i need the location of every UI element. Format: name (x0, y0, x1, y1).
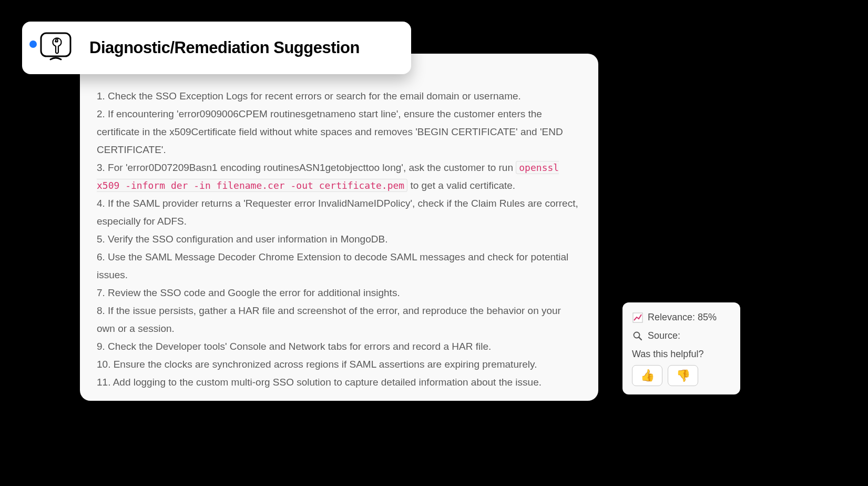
feedback-card: Relevance: 85% Source: Was this helpful?… (622, 302, 740, 394)
helpful-label: Was this helpful? (632, 349, 731, 360)
relevance-row: Relevance: 85% (632, 312, 731, 323)
thumbs-up-icon: 👍 (640, 369, 655, 382)
status-dot-icon (29, 40, 37, 48)
system-wrench-icon (38, 30, 74, 66)
thumbs-down-icon: 👍 (676, 369, 690, 382)
page-title: Diagnostic/Remediation Suggestion (89, 38, 360, 57)
step-5: 5. Verify the SSO configuration and user… (97, 230, 581, 248)
step-6: 6. Use the SAML Message Decoder Chrome E… (97, 248, 581, 284)
thumb-buttons: 👍 👍 (632, 365, 731, 386)
suggestion-steps: 1. Check the SSO Exception Logs for rece… (97, 87, 581, 391)
step-3-before: 3. For 'error0D07209Basn1 encoding routi… (97, 162, 516, 173)
step-4: 4. If the SAML provider returns a 'Reque… (97, 195, 581, 230)
thumbs-up-button[interactable]: 👍 (632, 365, 662, 386)
magnifier-icon (632, 331, 644, 341)
step-8: 8. If the issue persists, gather a HAR f… (97, 302, 581, 338)
source-label: Source: (648, 330, 680, 341)
svg-line-3 (639, 337, 641, 340)
thumbs-down-button[interactable]: 👍 (668, 365, 698, 386)
step-1: 1. Check the SSO Exception Logs for rece… (97, 87, 581, 105)
suggestion-card: 1. Check the SSO Exception Logs for rece… (80, 54, 598, 401)
chart-icon (632, 312, 644, 323)
step-2: 2. If encountering 'error0909006CPEM rou… (97, 105, 581, 159)
step-11: 11. Add logging to the custom multi-org … (97, 373, 581, 391)
step-10: 10. Ensure the clocks are synchronized a… (97, 356, 581, 373)
source-row: Source: (632, 330, 731, 341)
step-3: 3. For 'error0D07209Basn1 encoding routi… (97, 159, 581, 195)
header-icon-wrap (37, 29, 75, 67)
relevance-label: Relevance: 85% (648, 312, 717, 323)
step-9: 9. Check the Developer tools' Console an… (97, 338, 581, 356)
step-7: 7. Review the SSO code and Google the er… (97, 284, 581, 302)
header-card: Diagnostic/Remediation Suggestion (22, 22, 411, 74)
step-3-after: to get a valid certificate. (407, 180, 515, 191)
